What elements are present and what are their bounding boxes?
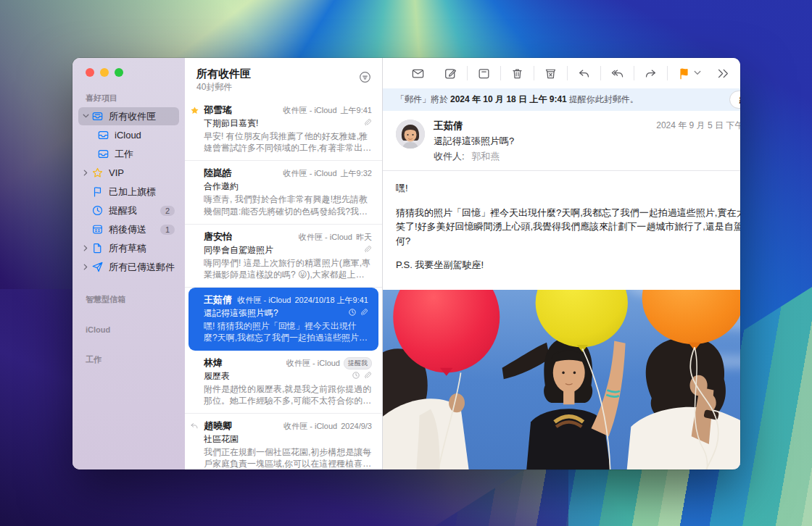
message-recipient-line: 收件人: 郭和燕 [434,150,647,163]
reply-all-icon[interactable] [601,67,634,80]
email-subject: 履歷表 [204,370,352,383]
email-subject: 合作邀約 [204,180,372,193]
zoom-window-button[interactable] [115,68,123,77]
sent-icon [91,261,104,274]
email-subject: 還記得這張照片嗎? [204,307,348,320]
icloud-section-label[interactable]: iCloud [72,308,185,337]
message-subject: 還記得這張照片嗎? [434,135,647,148]
list-item[interactable]: 林煒 收件匣 - iCloud提醒我 履歷表 附件是趙悅的履歷表,就是我之前跟你… [185,351,382,414]
get-mail-icon[interactable] [402,67,434,80]
list-item[interactable]: 邵雪瑤 收件匣 - iCloud上午9:41 下期節目嘉賓! 早安! 有位朋友向… [185,98,382,161]
window-controls [72,58,185,77]
smart-mailboxes-section-label[interactable]: 智慧型信箱 [72,277,185,308]
recipient-name[interactable]: 郭和燕 [471,151,500,162]
sidebar-item-vip[interactable]: VIP [78,164,179,182]
sidebar-item-label: 所有已傳送郵件 [109,261,176,274]
message-list-header: 所有收件匣 40封郵件 [185,58,382,98]
filter-icon[interactable] [358,70,372,87]
sidebar-item-all-drafts[interactable]: 所有草稿 [78,239,179,257]
vip-star-icon [91,167,104,180]
close-window-button[interactable] [86,68,94,77]
email-time: 上午9:41 [341,105,372,116]
drafts-icon [91,242,104,255]
mail-window: 喜好項目 所有收件匣 iCloud 工作 VIP 已加上旗標 提醒我 [72,58,740,469]
search-icon[interactable] [740,67,740,80]
sidebar-item-all-sent[interactable]: 所有已傳送郵件 [78,258,179,276]
work-section-label[interactable]: 工作 [72,337,185,368]
email-preview: 嗨同學們! 這是上次旅行的精選照片(應軍,專業攝影師是這樣說的嗎? 😛),大家都… [204,257,372,280]
email-preview: 嘿! 猜猜我的照片「回憶」裡今天出現什麼?天啊,我都忘了我們一起拍過這些照片,實… [204,320,368,343]
email-mailbox: 收件匣 - iCloud [283,421,337,432]
sidebar-item-icloud-inbox[interactable]: iCloud [93,126,179,144]
junk-icon[interactable] [534,67,567,80]
reminder-text-prefix: 「郵件」將於 [396,93,448,106]
email-preview: 早安! 有位朋友向我推薦了他的好友雅婕,雅婕曾嘗試許多不同領域的工作,有著非常出… [204,130,372,154]
reminder-text-suffix: 提醒你此封郵件。 [569,93,639,106]
list-item[interactable]: 趙曉卿 收件匣 - iCloud2024/9/3 社區花園 我們正在規劃一個社區… [185,414,382,469]
mailbox-title: 所有收件匣 [196,67,358,80]
email-sender: 王茹倩 [204,293,232,306]
sidebar-item-label: 已加上旗標 [109,185,176,199]
email-sender: 陸崑皓 [204,167,232,180]
remind-clock-icon [348,308,357,319]
list-item[interactable]: 陸崑皓 收件匣 - iCloud上午9:32 合作邀約 嗨查青, 我們對於合作非… [185,161,382,224]
email-mailbox: 收件匣 - iCloud [283,168,337,179]
sidebar-item-remind-me[interactable]: 提醒我 2 [78,201,179,220]
unread-count-badge: 1 [160,225,175,235]
sidebar-item-label: 提醒我 [109,204,160,217]
message-body: 嘿! 猜猜我的照片「回憶」裡今天出現什麼?天啊,我都忘了我們一起拍過這些照片,實… [383,171,740,290]
attachment-photo[interactable] [383,290,740,470]
reminder-date: 2024 年 10 月 18 日 上午 9:41 [450,93,567,106]
sidebar-item-all-inboxes[interactable]: 所有收件匣 [78,107,179,125]
body-paragraph: P.S. 我要坐副駕駛座! [396,258,740,272]
sidebar-item-flagged[interactable]: 已加上旗標 [78,183,179,201]
reading-pane: 「郵件」將於 2024 年 10 月 18 日 上午 9:41 提醒你此封郵件。… [383,58,740,469]
forward-icon[interactable] [634,67,667,80]
edit-reminder-button[interactable]: 編輯 [729,91,740,109]
flag-icon[interactable] [668,67,694,80]
email-mailbox: 收件匣 - iCloud [283,105,337,116]
replied-arrow-icon [190,421,202,433]
message-date: 2024 年 9 月 5 日 下午 7:42 [656,120,740,132]
paperclip-icon [363,118,372,129]
chevron-down-icon[interactable] [694,70,707,77]
sidebar-item-label: 工作 [115,148,176,161]
sidebar-item-label: 所有草稿 [109,242,176,255]
body-paragraph: 嘿! [396,181,740,196]
email-subject: 社區花園 [204,433,372,446]
compose-icon[interactable] [434,67,467,80]
sidebar-item-work-inbox[interactable]: 工作 [93,145,179,163]
archive-icon[interactable] [468,67,500,80]
chevron-down-icon[interactable] [81,113,90,120]
sidebar-item-label: iCloud [115,130,176,141]
trash-icon[interactable] [501,67,534,80]
chevron-right-icon[interactable] [81,245,90,251]
sidebar-item-send-later[interactable]: 稍後傳送 1 [78,220,179,238]
sender-avatar[interactable] [396,120,425,149]
sidebar-item-label: 稍後傳送 [109,223,160,236]
more-chevrons-icon[interactable] [707,67,740,80]
to-label: 收件人: [434,151,465,162]
email-mailbox: 收件匣 - iCloud [286,358,340,369]
email-mailbox: 收件匣 - iCloud [299,232,352,243]
minimize-window-button[interactable] [100,68,109,77]
list-item-selected[interactable]: 王茹倩 收件匣 - iCloud2024/10/18 上午9:41 還記得這張照… [188,288,378,350]
paperclip-icon [656,136,740,149]
all-inboxes-icon [91,110,104,123]
chevron-right-icon[interactable] [81,170,90,176]
reply-icon[interactable] [568,67,600,80]
message-list: 所有收件匣 40封郵件 邵雪瑤 收件匣 - iCloud上午9:41 下期節目嘉… [185,58,383,469]
email-sender: 唐安怡 [204,230,232,243]
sidebar: 喜好項目 所有收件匣 iCloud 工作 VIP 已加上旗標 提醒我 [72,58,185,469]
sidebar-item-label: VIP [109,167,176,178]
chevron-right-icon[interactable] [81,264,90,270]
inbox-tray-icon [96,148,109,161]
flag-icon [91,185,104,199]
toolbar [383,58,740,88]
paperclip-icon [363,371,372,382]
remind-clock-icon [352,371,360,382]
remind-me-badge: 提醒我 [344,357,372,370]
list-item[interactable]: 唐安怡 收件匣 - iCloud昨天 同學會自駕遊照片 嗨同學們! 這是上次旅行… [185,225,382,288]
email-subject: 下期節目嘉賓! [204,117,363,130]
favorites-section-label: 喜好項目 [72,77,185,107]
